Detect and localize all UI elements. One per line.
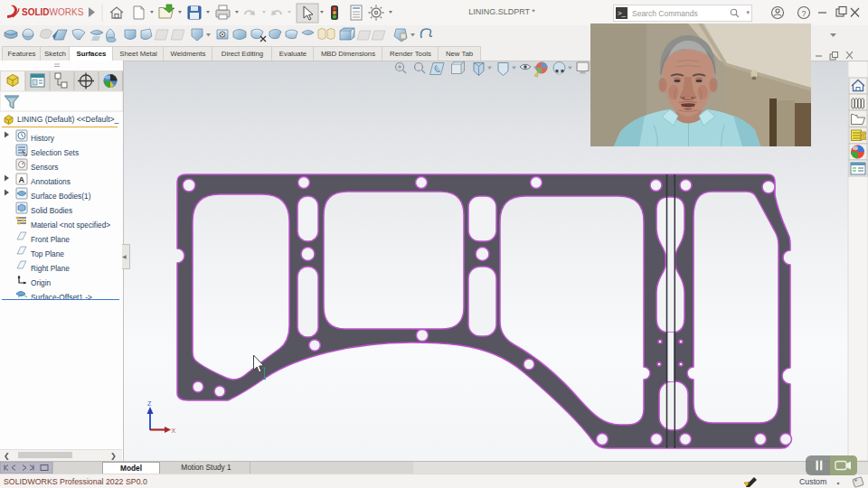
svg-text:Z: Z xyxy=(147,400,152,407)
svg-text:SOLIDWORKS: SOLIDWORKS xyxy=(22,7,84,17)
svg-text:!: ! xyxy=(748,481,749,486)
svg-text:X: X xyxy=(172,427,176,434)
svg-text:?: ? xyxy=(802,9,807,18)
